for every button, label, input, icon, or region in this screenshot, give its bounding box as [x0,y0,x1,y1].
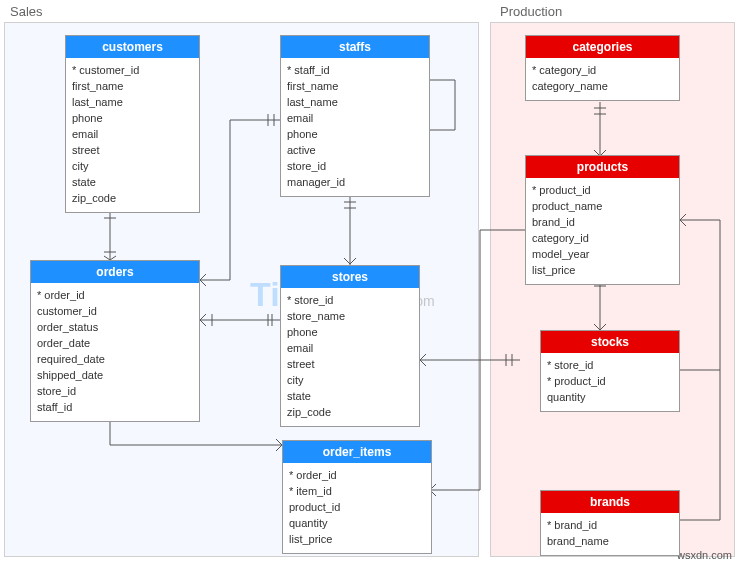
field: quantity [289,515,425,531]
entity-categories: categories * category_id category_name [525,35,680,101]
entity-header: categories [526,36,679,58]
entity-stores: stores * store_id store_name phone email… [280,265,420,427]
field: last_name [287,94,423,110]
field: city [72,158,193,174]
field: * brand_id [547,517,673,533]
entity-body: * customer_id first_name last_name phone… [66,58,199,212]
field: * store_id [547,357,673,373]
field: email [287,110,423,126]
field: store_id [37,383,193,399]
field: list_price [289,531,425,547]
entity-body: * store_id * product_id quantity [541,353,679,411]
field: * customer_id [72,62,193,78]
field: manager_id [287,174,423,190]
entity-brands: brands * brand_id brand_name [540,490,680,556]
entity-body: * store_id store_name phone email street… [281,288,419,426]
field: quantity [547,389,673,405]
field: category_name [532,78,673,94]
field: phone [72,110,193,126]
field: last_name [72,94,193,110]
field: * staff_id [287,62,423,78]
entity-body: * order_id customer_id order_status orde… [31,283,199,421]
field: brand_name [547,533,673,549]
field: state [72,174,193,190]
entity-body: * category_id category_name [526,58,679,100]
entity-header: order_items [283,441,431,463]
entity-stocks: stocks * store_id * product_id quantity [540,330,680,412]
entity-staffs: staffs * staff_id first_name last_name e… [280,35,430,197]
field: shipped_date [37,367,193,383]
field: state [287,388,413,404]
field: * order_id [289,467,425,483]
entity-products: products * product_id product_name brand… [525,155,680,285]
field: zip_code [72,190,193,206]
entity-header: orders [31,261,199,283]
field: street [72,142,193,158]
entity-header: products [526,156,679,178]
field: model_year [532,246,673,262]
field: order_date [37,335,193,351]
entity-body: * order_id * item_id product_id quantity… [283,463,431,553]
entity-header: customers [66,36,199,58]
entity-body: * staff_id first_name last_name email ph… [281,58,429,196]
field: * item_id [289,483,425,499]
field: required_date [37,351,193,367]
field: * product_id [547,373,673,389]
field: city [287,372,413,388]
field: * category_id [532,62,673,78]
entity-header: brands [541,491,679,513]
entity-body: * product_id product_name brand_id categ… [526,178,679,284]
field: first_name [287,78,423,94]
entity-header: staffs [281,36,429,58]
field: phone [287,324,413,340]
field: list_price [532,262,673,278]
field: email [72,126,193,142]
field: phone [287,126,423,142]
field: product_id [289,499,425,515]
field: * store_id [287,292,413,308]
field: store_name [287,308,413,324]
entity-header: stores [281,266,419,288]
field: staff_id [37,399,193,415]
field: first_name [72,78,193,94]
entity-customers: customers * customer_id first_name last_… [65,35,200,213]
entity-header: stocks [541,331,679,353]
field: * order_id [37,287,193,303]
field: customer_id [37,303,193,319]
field: zip_code [287,404,413,420]
entity-orders: orders * order_id customer_id order_stat… [30,260,200,422]
field: street [287,356,413,372]
field: product_name [532,198,673,214]
field: store_id [287,158,423,174]
entity-body: * brand_id brand_name [541,513,679,555]
field: order_status [37,319,193,335]
field: brand_id [532,214,673,230]
field: active [287,142,423,158]
entity-order-items: order_items * order_id * item_id product… [282,440,432,554]
field: email [287,340,413,356]
field: * product_id [532,182,673,198]
field: category_id [532,230,673,246]
